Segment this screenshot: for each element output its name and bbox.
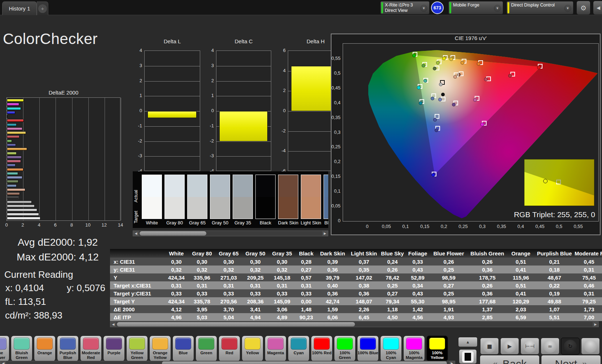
cie-y-tick-label: 0,45 bbox=[324, 85, 340, 91]
workflow-dropdown[interactable]: Direct Display Control ▼ bbox=[506, 1, 574, 14]
table-cell: 0,18 bbox=[534, 267, 575, 273]
pattern-window-button[interactable] bbox=[459, 349, 477, 364]
y-tick-label: -2 bbox=[128, 138, 142, 144]
swatch-light-skin bbox=[301, 175, 321, 219]
swatch-gray-80 bbox=[164, 175, 185, 219]
patch-button-100-magenta[interactable]: 100% Magenta bbox=[403, 336, 425, 361]
gridline bbox=[56, 98, 56, 220]
scrollbar-thumb[interactable] bbox=[162, 361, 447, 364]
gridline bbox=[145, 141, 200, 142]
patch-buttons-scrollbar[interactable]: ◀ ▶ bbox=[0, 361, 455, 364]
table-cell: 0,00 bbox=[295, 298, 317, 304]
scroll-left-icon[interactable]: ◀ bbox=[133, 231, 139, 236]
patch-button-100-yellow[interactable]: 100% Yellow bbox=[426, 336, 448, 361]
table-cell: 0,33 bbox=[164, 290, 189, 297]
deltae-bar-blue bbox=[7, 144, 16, 146]
y-tick-label: 3 bbox=[199, 63, 214, 68]
gridline bbox=[121, 98, 121, 220]
patch-button-orange[interactable]: Orange bbox=[34, 336, 56, 361]
target-row-label: Target bbox=[133, 197, 139, 228]
patch-button-label: 100% Cyan bbox=[381, 351, 401, 360]
scrollbar-thumb[interactable] bbox=[117, 322, 355, 326]
gridline bbox=[216, 81, 271, 82]
table-cell: 0,26 bbox=[467, 259, 507, 265]
table-cell: 335,96 bbox=[189, 275, 215, 281]
patch-button-100-red[interactable]: 100% Red bbox=[311, 336, 333, 361]
scroll-left-icon[interactable]: ◀ bbox=[0, 361, 6, 364]
continuous-button[interactable]: ∞ bbox=[541, 338, 559, 355]
extra-button[interactable] bbox=[581, 338, 600, 355]
patch-button-cyan[interactable]: Cyan bbox=[288, 336, 309, 361]
cie-x-tick-label: 0,55 bbox=[570, 224, 586, 229]
column-header-blue-sky: Blue Sky bbox=[380, 250, 405, 256]
table-cell: 4,12 bbox=[164, 306, 189, 312]
scroll-right-icon[interactable]: ▶ bbox=[322, 231, 328, 236]
patch-button-moderate-red[interactable]: Moderate Red bbox=[80, 336, 102, 361]
deltae-bar-magenta bbox=[7, 127, 22, 130]
patch-button-100-green[interactable]: 100% Green bbox=[334, 336, 356, 361]
patch-button-magenta[interactable]: Magenta bbox=[265, 336, 286, 361]
scrollbar-thumb[interactable] bbox=[140, 231, 206, 236]
table-cell: 0,31 bbox=[269, 282, 295, 289]
table-cell: 0,36 bbox=[317, 290, 348, 297]
patch-button-bluish-green[interactable]: Bluish Green bbox=[11, 336, 32, 361]
table-scrollbar[interactable]: ◀ ▶ bbox=[110, 321, 599, 327]
stop-button[interactable]: ■ bbox=[480, 338, 499, 355]
patch-button-yellow[interactable]: Yellow bbox=[242, 336, 263, 361]
measurement-count-badge[interactable]: 673 bbox=[431, 1, 444, 14]
next-button[interactable]: Next » bbox=[541, 355, 601, 364]
pattern-list-up-button[interactable]: ▲ bbox=[458, 337, 478, 347]
range-button[interactable]: ⊢⊣ bbox=[520, 338, 539, 355]
patch-button-label: 100% Magenta bbox=[404, 351, 425, 360]
row-label: ΔE 2000 bbox=[110, 306, 164, 312]
workflow-status-stripe bbox=[507, 2, 509, 13]
patch-button-red[interactable]: Red bbox=[219, 336, 240, 361]
table-cell: 48,67 bbox=[534, 275, 575, 281]
deltae-bar-blue-flower bbox=[7, 176, 22, 179]
cie-y-tick-label: 0,35 bbox=[324, 115, 340, 120]
table-cell: 0,43 bbox=[405, 290, 430, 297]
table-cell: 90,23 bbox=[295, 314, 317, 320]
patch-button-orange-yellow[interactable]: Orange Yellow bbox=[149, 336, 171, 361]
actual-color bbox=[210, 175, 230, 197]
tab-history-1[interactable]: History 1 bbox=[2, 1, 37, 15]
patch-button-blue-flower[interactable]: Blue Flower bbox=[0, 336, 9, 361]
table-cell: 1,42 bbox=[405, 306, 430, 312]
swatch-blue-sky bbox=[324, 175, 328, 219]
table-cell: 0,26 bbox=[430, 259, 467, 265]
scroll-right-icon[interactable]: ▶ bbox=[449, 361, 455, 364]
patch-button-100-cyan[interactable]: 100% Cyan bbox=[380, 336, 402, 361]
loop-button[interactable]: ↻ bbox=[561, 338, 580, 355]
play-icon: ▶ bbox=[503, 340, 516, 353]
cie-measured-100-cyan bbox=[417, 86, 421, 89]
gridline bbox=[88, 98, 89, 220]
patch-button-green[interactable]: Green bbox=[195, 336, 217, 361]
collapse-panel-button[interactable]: ◀ bbox=[593, 1, 602, 15]
table-cell: 145,09 bbox=[269, 298, 295, 304]
back-button[interactable]: « Back bbox=[480, 355, 540, 364]
patch-button-label: 100% Yellow bbox=[427, 351, 448, 360]
table-cell: 0,26 bbox=[467, 282, 507, 289]
scroll-right-icon[interactable]: ▶ bbox=[593, 322, 598, 327]
y-tick-label: 1 bbox=[199, 93, 214, 98]
scroll-left-icon[interactable]: ◀ bbox=[110, 322, 116, 327]
table-cell: 0,43 bbox=[405, 267, 430, 273]
patch-button-yellow-green[interactable]: Yellow Green bbox=[126, 336, 148, 361]
settings-button[interactable]: ⚙ bbox=[576, 1, 590, 15]
patch-button-blue[interactable]: Blue bbox=[172, 336, 194, 361]
table-cell: 5,04 bbox=[215, 314, 242, 320]
table-cell: 0,28 bbox=[295, 259, 317, 265]
new-tab-button[interactable]: + bbox=[37, 1, 48, 15]
table-cell: 271,03 bbox=[215, 275, 242, 281]
play-button[interactable]: ▶ bbox=[500, 338, 519, 355]
source-dropdown[interactable]: Mobile Forge ▼ bbox=[448, 1, 503, 14]
row-label: Y bbox=[110, 275, 164, 281]
delta-c-chart bbox=[216, 51, 271, 171]
meter-dropdown[interactable]: X-Rite i1Pro 3 Direct View ▼ bbox=[380, 1, 430, 14]
patch-button-purplish-blue[interactable]: Purplish Blue bbox=[57, 336, 79, 361]
patch-button-100-blue[interactable]: 100% Blue bbox=[357, 336, 379, 361]
patch-color bbox=[291, 338, 307, 350]
meter-line2: Direct View bbox=[385, 8, 408, 13]
swatch-strip-scrollbar[interactable]: ◀ ▶ bbox=[133, 231, 328, 236]
patch-button-purple[interactable]: Purple bbox=[103, 336, 125, 361]
